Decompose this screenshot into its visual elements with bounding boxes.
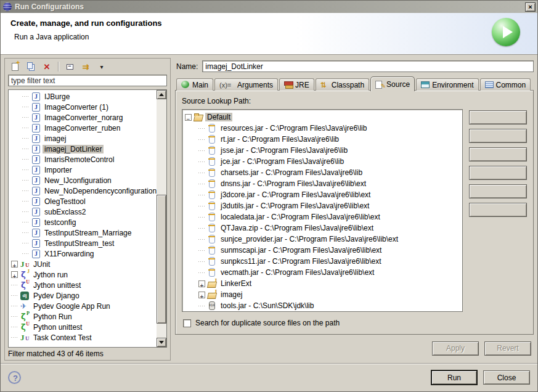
search-duplicates-checkbox[interactable]: [183, 319, 191, 327]
source-path-item-charsets-jar-c-program-files-java-jre6-lib[interactable]: charsets.jar - C:\Program Files\Java\jre…: [182, 167, 462, 178]
tree-expander-icon[interactable]: [198, 247, 205, 254]
source-path-item-j3dutils-jar-c-program-files-java-jre6-lib-ext[interactable]: j3dutils.jar - C:\Program Files\Java\jre…: [182, 200, 462, 211]
source-path-root-default[interactable]: Default: [182, 112, 462, 123]
config-tree-item-jython-unittest[interactable]: Jython unittest: [9, 280, 157, 290]
config-tree-item-testinputstream-test[interactable]: TestInputStream_test: [9, 238, 157, 248]
new-config-icon[interactable]: [8, 60, 22, 73]
source-path-item-j3dcore-jar-c-program-files-java-jre6-lib-ext[interactable]: j3dcore.jar - C:\Program Files\Java\jre6…: [182, 189, 462, 200]
tree-expander-icon[interactable]: [198, 181, 205, 187]
config-tree-item-imagej[interactable]: imagej: [9, 133, 157, 144]
tree-expander-icon[interactable]: [22, 166, 29, 173]
tree-expander-icon[interactable]: [11, 303, 18, 309]
window-close-button[interactable]: ×: [525, 2, 536, 12]
source-path-item-imagej[interactable]: imagej: [182, 289, 462, 300]
close-button[interactable]: Close: [483, 370, 530, 385]
side-button-add[interactable]: [469, 110, 527, 125]
tree-expander-icon[interactable]: [198, 169, 205, 176]
source-path-item-sunjce-provider-jar-c-program-files-java-jre6-lib-ext[interactable]: sunjce_provider.jar - C:\Program Files\J…: [182, 234, 462, 245]
tab-common[interactable]: Common: [480, 78, 531, 91]
source-path-item-linkerext[interactable]: LinkerExt: [182, 278, 462, 289]
tab-source[interactable]: Source: [370, 76, 415, 91]
filter-input[interactable]: [8, 75, 167, 86]
name-input[interactable]: [202, 60, 534, 72]
source-path-item-tools-jar-c-sun-sdk-jdk-lib[interactable]: tools.jar - C:\Sun\SDK\jdk\lib: [182, 300, 462, 311]
config-tree-item-imagej-dotlinker[interactable]: imagej_DotLinker: [9, 144, 157, 154]
tree-expander-icon[interactable]: [198, 225, 205, 232]
source-path-item-jsse-jar-c-program-files-java-jre6-lib[interactable]: jsse.jar - C:\Program Files\Java\jre6\li…: [182, 145, 462, 156]
config-tree-item-python-run[interactable]: Python Run: [9, 311, 157, 322]
pane-sash[interactable]: [171, 58, 175, 361]
source-path-item-sunpkcs11-jar-c-program-files-java-jre6-lib-ext[interactable]: sunpkcs11.jar - C:\Program Files\Java\jr…: [182, 256, 462, 267]
tab-classpath[interactable]: Classpath: [316, 78, 369, 91]
source-path-item-resources-jar-c-program-files-java-jre6-lib[interactable]: resources.jar - C:\Program Files\Java\jr…: [182, 123, 462, 134]
apply-button[interactable]: Apply: [432, 341, 479, 356]
tree-expander-icon[interactable]: [22, 250, 29, 257]
help-icon[interactable]: ?: [8, 371, 21, 384]
config-tree-item-imarisremotecontrol[interactable]: ImarisRemoteControl: [9, 154, 157, 165]
source-path-item-localedata-jar-c-program-files-java-jre6-lib-ext[interactable]: localedata.jar - C:\Program Files\Java\j…: [182, 211, 462, 223]
tree-expander-icon[interactable]: [22, 135, 29, 142]
scroll-down-icon[interactable]: [157, 338, 166, 347]
tree-expander-icon[interactable]: [22, 229, 29, 236]
side-button-remove[interactable]: [469, 147, 527, 161]
side-button-down[interactable]: [469, 184, 527, 198]
run-button[interactable]: Run: [431, 370, 478, 385]
config-tree-item-imageconverter-norarg[interactable]: ImageConverter_norarg: [9, 112, 157, 123]
tree-expander-icon[interactable]: [198, 136, 205, 143]
config-tree-scrollbar[interactable]: [157, 90, 166, 347]
source-path-item-dnsns-jar-c-program-files-java-jre6-lib-ext[interactable]: dnsns.jar - C:\Program Files\Java\jre6\l…: [182, 178, 462, 189]
tree-expander-icon[interactable]: [198, 192, 205, 198]
config-tree-item-jython-run[interactable]: Jython run: [9, 269, 157, 280]
tree-expander-icon[interactable]: [22, 104, 29, 110]
tree-expander-icon[interactable]: [22, 219, 29, 226]
tree-expander-icon[interactable]: [198, 292, 205, 298]
revert-button[interactable]: Revert: [484, 341, 531, 356]
tree-expander-icon[interactable]: [198, 303, 205, 309]
tree-expander-icon[interactable]: [11, 271, 18, 278]
config-tree-item-task-context-test[interactable]: Task Context Test: [9, 332, 157, 343]
duplicate-config-icon[interactable]: [24, 60, 38, 73]
tree-expander-icon[interactable]: [11, 261, 18, 267]
tree-expander-icon[interactable]: [22, 125, 29, 131]
tree-expander-icon[interactable]: [22, 198, 29, 205]
config-tree-item-ijburge[interactable]: IJBurge: [9, 91, 157, 102]
tab-jre[interactable]: JRE: [279, 78, 314, 91]
tree-expander-icon[interactable]: [198, 280, 205, 287]
collapse-all-icon[interactable]: [63, 60, 76, 73]
side-button-restore-default[interactable]: [469, 203, 527, 217]
scroll-up-icon[interactable]: [157, 90, 166, 99]
config-tree-item-imageconverter-ruben[interactable]: ImageConverter_ruben: [9, 123, 157, 133]
config-tree-item-olegtesttool[interactable]: OlegTesttool: [9, 196, 157, 206]
tab-main[interactable]: Main: [176, 78, 213, 91]
tree-expander-icon[interactable]: [11, 282, 18, 288]
config-tree-item-x11forwarding[interactable]: X11Forwarding: [9, 248, 157, 259]
tree-expander-icon[interactable]: [185, 114, 192, 121]
config-tree-item-new-ijconfiguration[interactable]: New_IJconfiguration: [9, 175, 157, 186]
config-tree-item-subexclass2[interactable]: subExclass2: [9, 206, 157, 217]
tree-expander-icon[interactable]: [22, 156, 29, 163]
tree-expander-icon[interactable]: [11, 313, 18, 320]
config-tree-item-junit[interactable]: JUnit: [9, 259, 157, 269]
tree-expander-icon[interactable]: [198, 158, 205, 165]
tree-expander-icon[interactable]: [198, 269, 205, 276]
filter-launch-icon[interactable]: [79, 60, 92, 73]
config-tree-item-pydev-google-app-run[interactable]: Pydev Google App Run: [9, 301, 157, 311]
source-path-item-sunmscapi-jar-c-program-files-java-jre6-lib-ext[interactable]: sunmscapi.jar - C:\Program Files\Java\jr…: [182, 245, 462, 256]
tree-expander-icon[interactable]: [22, 208, 29, 215]
tree-expander-icon[interactable]: [22, 187, 29, 194]
tree-expander-icon[interactable]: [11, 292, 18, 299]
scrollbar-track[interactable]: [157, 99, 166, 338]
tree-expander-icon[interactable]: [198, 236, 205, 243]
tree-expander-icon[interactable]: [22, 93, 29, 100]
source-path-item-qtjava-zip-c-program-files-java-jre6-lib-ext[interactable]: QTJava.zip - C:\Program Files\Java\jre6\…: [182, 223, 462, 234]
config-tree-item-imageconverter-1[interactable]: ImageConverter (1): [9, 102, 157, 112]
tree-expander-icon[interactable]: [198, 214, 205, 221]
source-path-item-rt-jar-c-program-files-java-jre6-lib[interactable]: rt.jar - C:\Program Files\Java\jre6\lib: [182, 134, 462, 145]
source-path-item-vecmath-jar-c-program-files-java-jre6-lib-ext[interactable]: vecmath.jar - C:\Program Files\Java\jre6…: [182, 267, 462, 278]
scrollbar-thumb[interactable]: [157, 195, 166, 324]
tree-expander-icon[interactable]: [11, 324, 18, 330]
tree-expander-icon[interactable]: [11, 334, 18, 341]
config-tree-item-python-unittest[interactable]: Python unittest: [9, 322, 157, 332]
tree-expander-icon[interactable]: [22, 240, 29, 247]
tree-expander-icon[interactable]: [198, 147, 205, 154]
